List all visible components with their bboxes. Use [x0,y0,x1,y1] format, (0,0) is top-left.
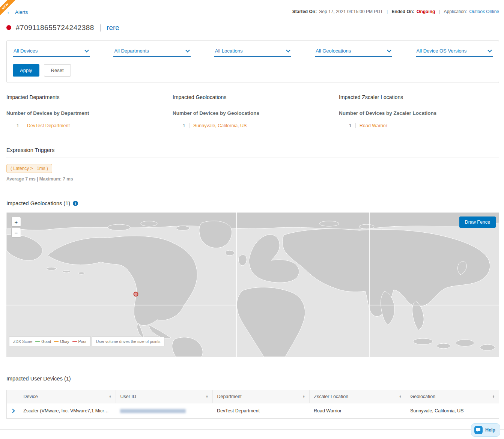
sort-icon[interactable]: ▴▾ [399,395,401,398]
department-link[interactable]: DevTest Department [27,123,70,128]
department-cell: DevTest Department [212,403,309,419]
sort-icon[interactable]: ▴▾ [109,395,111,398]
user-id-column-label: User ID [120,394,136,399]
impacted-user-devices-title: Impacted User Devices (1) [6,376,499,382]
devices-table: Device ▴▾ User ID ▴▾ Dep [6,390,499,419]
card-subtitle: Number of Devices by Geolocations [173,110,333,116]
expander-column-header [7,390,19,403]
started-on-value: Sep 17, 2021 04:15:00 PM PDT [319,9,383,14]
device-count: 1 [173,123,185,128]
impacted-geolocations-section: Impacted Geolocations (1) i [6,200,499,357]
card-title: Impacted Geolocations [173,94,333,104]
legend-good: Good [35,339,51,344]
device-column-label: Device [24,394,38,399]
vertical-divider [23,123,23,128]
impacted-geolocation-point[interactable] [134,292,138,296]
chevron-down-icon [286,48,290,52]
chevron-down-icon [185,48,190,52]
locations-filter-dropdown[interactable]: All Locations [214,47,291,57]
trigger-stats: Average 7 ms | Maximum: 7 ms [6,176,499,182]
reset-button[interactable]: Reset [44,64,71,77]
legend-okay: Okay [54,339,69,344]
user-id-cell [116,403,212,419]
ended-on-value: Ongoing [417,9,435,14]
geolocation-link[interactable]: Sunnyvale, California, US [193,123,247,128]
device-cell: Zscaler (VMware, Inc. VMware7,1 Micros..… [19,403,116,419]
alert-name-link[interactable]: rere [107,24,119,32]
impacted-user-devices-section: Impacted User Devices (1) Device ▴▾ [6,376,499,419]
card-subtitle: Number of Devices by Department [6,110,167,116]
department-column-header[interactable]: Department ▴▾ [212,390,309,403]
world-map-tiles [6,212,499,357]
zoom-out-button[interactable]: − [11,228,21,238]
geolocations-filter-label: All Geolocations [316,48,351,54]
os-versions-filter-dropdown[interactable]: All Device OS Versions [416,47,493,57]
zscaler-location-column-label: Zscaler Location [314,394,349,399]
apply-button[interactable]: Apply [13,64,39,77]
section-divider [6,158,499,158]
geolocation-column-header[interactable]: Geolocation ▴▾ [406,390,499,403]
departments-filter-dropdown[interactable]: All Departments [113,47,190,57]
help-button[interactable]: Help [471,423,500,437]
card-count-row: 1 DevTest Department [6,123,167,128]
ended-on-label: Ended On: [391,9,414,14]
alert-title-separator: | [99,23,102,32]
sort-icon[interactable]: ▴▾ [303,395,304,398]
device-column-header[interactable]: Device ▴▾ [19,390,116,403]
zscaler-location-column-header[interactable]: Zscaler Location ▴▾ [309,390,406,403]
row-expander-cell [7,403,19,419]
geolocation-column-label: Geolocation [411,394,436,399]
devices-filter-dropdown[interactable]: All Devices [13,47,90,57]
legend-poor: Poor [72,339,87,344]
legend-okay-label: Okay [60,339,69,344]
alert-meta: Started On: Sep 17, 2021 04:15:00 PM PDT… [292,9,499,14]
draw-fence-button[interactable]: Draw Fence [459,216,496,228]
device-count: 1 [6,123,19,128]
sort-icon[interactable]: ▴▾ [206,395,208,398]
department-column-label: Department [217,394,242,399]
new-ribbon-label: NEW [0,0,18,19]
impacted-zscaler-locations-card: Impacted Zscaler Locations Number of Dev… [339,94,499,128]
zdx-score-legend: ZDX Score Good Okay Poor [9,337,91,346]
chevron-down-icon [487,48,492,52]
expression-triggers-section: Expression Triggers ( Latency >= 1ms ) A… [6,147,499,182]
geolocation-cell: Sunnyvale, California, US [406,403,499,419]
expand-row-chevron-icon[interactable] [11,409,15,413]
expression-triggers-title: Expression Triggers [6,147,499,153]
card-subtitle: Number of Devices by Zscaler Locations [339,110,499,116]
map-zoom-controls: + − [11,217,21,238]
help-chat-icon [474,426,483,434]
info-icon[interactable]: i [73,201,78,206]
trigger-expression-badge: ( Latency >= 1ms ) [6,164,52,173]
user-id-column-header[interactable]: User ID ▴▾ [116,390,212,403]
map-legend: ZDX Score Good Okay Poor User volume dri… [9,337,164,346]
vertical-divider [189,123,190,128]
table-row[interactable]: Zscaler (VMware, Inc. VMware7,1 Micros..… [7,403,499,419]
impacted-geolocations-title: Impacted Geolocations (1) [6,200,70,206]
user-volume-note: User volume drives the size of points [92,337,165,346]
good-dash-icon [35,341,40,342]
started-on-label: Started On: [292,9,317,14]
zscaler-location-link[interactable]: Road Warrior [360,123,387,128]
device-count: 1 [339,123,352,128]
chevron-down-icon [85,48,89,52]
alert-status-dot [6,25,11,30]
locations-filter-label: All Locations [215,48,243,54]
departments-filter-label: All Departments [114,48,149,54]
bottom-divider [0,429,504,430]
meta-separator: | [437,9,441,14]
os-versions-filter-label: All Device OS Versions [417,48,467,54]
new-corner-ribbon: NEW [0,0,23,23]
legend-good-label: Good [41,339,51,344]
zoom-in-button[interactable]: + [11,217,21,227]
vertical-divider [355,123,356,128]
geolocations-filter-dropdown[interactable]: All Geolocations [315,47,392,57]
devices-filter-label: All Devices [14,48,38,54]
geolocations-map[interactable]: + − Draw Fence ZDX Score Good Okay [6,212,499,357]
zscaler-location-cell: Road Warrior [309,403,406,419]
poor-dash-icon [72,341,77,342]
sort-icon[interactable]: ▴▾ [493,395,494,398]
card-count-row: 1 Sunnyvale, California, US [173,123,333,128]
application-label: Application: [444,9,467,14]
application-link[interactable]: Outlook Online [469,9,499,14]
